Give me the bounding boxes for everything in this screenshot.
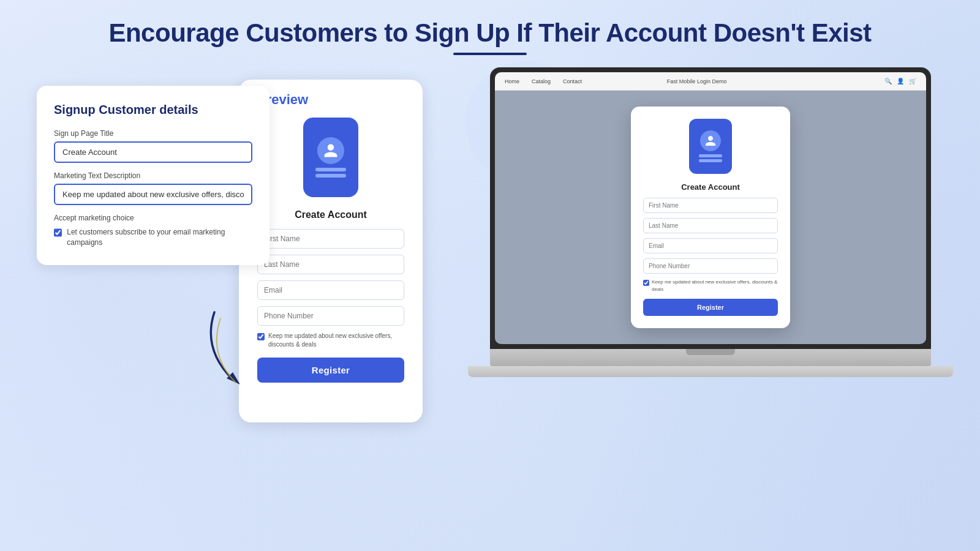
laptop-nav-contact[interactable]: Contact [563, 78, 582, 84]
content-area: Signup Customer details Sign up Page Tit… [37, 80, 943, 265]
preview-email-input[interactable] [257, 280, 404, 300]
laptop-nav-brand: Fast Mobile Login Demo [667, 78, 727, 84]
phone-dots [315, 168, 346, 178]
page-title: Encourage Customers to Sign Up If Their … [37, 18, 943, 48]
preview-form-title: Create Account [257, 209, 404, 220]
laptop: Home Catalog Contact Fast Mobile Login D… [490, 67, 931, 377]
accept-marketing-row: Let customers subscribe to your email ma… [54, 227, 252, 248]
laptop-dot-lines [699, 154, 722, 162]
laptop-marketing-checkbox[interactable] [643, 280, 649, 286]
laptop-base [490, 349, 931, 366]
laptop-content: Create Account Keep me updated about new… [495, 91, 926, 344]
search-icon[interactable]: 🔍 [884, 78, 892, 84]
laptop-bottom-bar [468, 366, 953, 377]
laptop-screen-inner: Home Catalog Contact Fast Mobile Login D… [495, 72, 926, 344]
preview-label: Preview [257, 92, 404, 108]
laptop-phone-icon [689, 119, 732, 174]
laptop-phone-avatar [700, 130, 721, 151]
laptop-marketing-row: Keep me updated about new exclusive offe… [643, 279, 778, 292]
accept-marketing-checkbox[interactable] [54, 228, 62, 237]
title-underline [453, 53, 527, 55]
laptop-register-button[interactable]: Register [643, 299, 778, 316]
laptop-modal: Create Account Keep me updated about new… [631, 107, 790, 328]
laptop-modal-title: Create Account [643, 182, 778, 192]
phone-avatar-icon [317, 137, 344, 164]
accept-marketing-checkbox-label: Let customers subscribe to your email ma… [67, 227, 252, 248]
marketing-text-input[interactable] [54, 184, 252, 205]
preview-last-name-input[interactable] [257, 255, 404, 274]
cart-icon[interactable]: 🛒 [909, 78, 916, 84]
settings-panel-title: Signup Customer details [54, 103, 252, 117]
laptop-phone-input[interactable] [643, 258, 778, 274]
signup-title-input[interactable] [54, 141, 252, 163]
marketing-text-label: Marketing Text Description [54, 171, 252, 180]
accept-marketing-label: Accept marketing choice [54, 214, 252, 222]
laptop-navbar: Home Catalog Contact Fast Mobile Login D… [495, 72, 926, 91]
preview-first-name-input[interactable] [257, 229, 404, 249]
laptop-nav-home[interactable]: Home [505, 78, 519, 84]
laptop-email-input[interactable] [643, 238, 778, 253]
laptop-screen: Home Catalog Contact Fast Mobile Login D… [490, 67, 931, 349]
laptop-nav-catalog[interactable]: Catalog [532, 78, 551, 84]
laptop-nav-icons: 🔍 👤 🛒 [884, 78, 916, 84]
laptop-marketing-label: Keep me updated about new exclusive offe… [652, 279, 778, 292]
laptop-first-name-input[interactable] [643, 198, 778, 213]
laptop-last-name-input[interactable] [643, 218, 778, 233]
signup-title-label: Sign up Page Title [54, 129, 252, 138]
phone-mockup-mini [303, 118, 358, 197]
settings-panel: Signup Customer details Sign up Page Tit… [37, 86, 270, 265]
account-icon[interactable]: 👤 [897, 78, 904, 84]
page: Encourage Customers to Sign Up If Their … [0, 0, 980, 551]
arrow-left [196, 300, 294, 400]
